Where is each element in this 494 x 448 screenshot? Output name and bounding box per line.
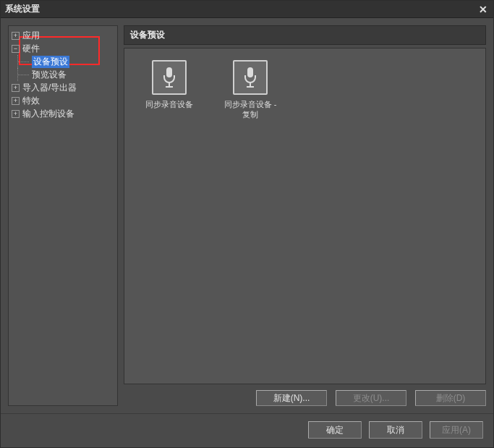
window-body: + 应用 − 硬件 设备预设 预览设备 + 导入器/导出器 + 特效 + (1, 18, 493, 413)
device-label: 同步录音设备 - 复制 (220, 99, 281, 120)
content-header: 设备预设 (124, 25, 486, 45)
content-panel: 设备预设 同步录音设备 同步录音设备 - 复制 新建(N)... 更改(U (124, 25, 486, 406)
apply-button[interactable]: 应用(A) (430, 421, 483, 439)
close-icon[interactable]: ✕ (477, 4, 489, 15)
delete-button[interactable]: 删除(D) (415, 390, 486, 406)
tree-item-label: 设备预设 (32, 56, 69, 68)
microphone-icon (233, 60, 268, 95)
tree-item-preview-device[interactable]: 预览设备 (10, 68, 116, 81)
window-title: 系统设置 (5, 3, 40, 15)
expand-icon[interactable]: + (12, 97, 20, 105)
expand-icon[interactable]: + (12, 84, 20, 92)
collapse-icon[interactable]: − (12, 45, 20, 53)
expand-icon[interactable]: + (12, 110, 20, 118)
device-item[interactable]: 同步录音设备 (139, 60, 200, 109)
dialog-buttons: 确定 取消 应用(A) (1, 413, 493, 447)
microphone-icon (152, 60, 187, 95)
tree-item-label: 应用 (22, 30, 40, 42)
expand-icon[interactable]: + (12, 32, 20, 40)
svg-rect-3 (247, 67, 253, 77)
tree-item-device-preset[interactable]: 设备预设 (10, 55, 116, 68)
tree-item-hardware[interactable]: − 硬件 (10, 42, 116, 55)
device-item[interactable]: 同步录音设备 - 复制 (220, 60, 281, 120)
device-label: 同步录音设备 (145, 99, 193, 109)
tree-item-input-control[interactable]: + 输入控制设备 (10, 107, 116, 120)
tree-item-app[interactable]: + 应用 (10, 29, 116, 42)
tree-item-effects[interactable]: + 特效 (10, 94, 116, 107)
tree-item-label: 预览设备 (32, 69, 67, 81)
device-action-row: 新建(N)... 更改(U)... 删除(D) (124, 390, 486, 406)
tree-item-label: 硬件 (22, 43, 40, 55)
titlebar: 系统设置 ✕ (1, 1, 493, 18)
settings-window: 系统设置 ✕ + 应用 − 硬件 设备预设 预览设备 + 导入器/导出器 (0, 0, 494, 448)
cancel-button[interactable]: 取消 (369, 421, 422, 439)
tree-item-label: 特效 (22, 95, 40, 107)
device-list: 同步录音设备 同步录音设备 - 复制 (124, 48, 486, 384)
svg-rect-0 (166, 67, 172, 77)
tree-item-label: 输入控制设备 (22, 108, 74, 120)
tree-panel: + 应用 − 硬件 设备预设 预览设备 + 导入器/导出器 + 特效 + (8, 25, 118, 406)
tree-item-importer-exporter[interactable]: + 导入器/导出器 (10, 81, 116, 94)
tree-item-label: 导入器/导出器 (22, 82, 77, 94)
ok-button[interactable]: 确定 (308, 421, 362, 439)
change-button[interactable]: 更改(U)... (336, 390, 406, 406)
new-button[interactable]: 新建(N)... (256, 390, 327, 406)
